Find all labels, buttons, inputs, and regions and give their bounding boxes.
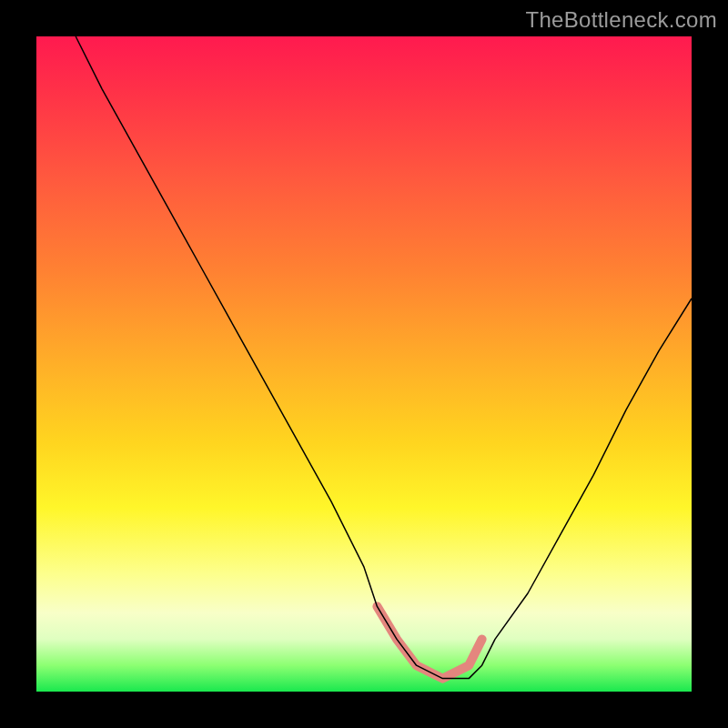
chart-svg [36, 36, 692, 692]
watermark-text: TheBottleneck.com [525, 7, 717, 33]
chart-frame: TheBottleneck.com [0, 0, 728, 728]
chart-plot-area [36, 36, 692, 692]
bottleneck-curve-path [76, 36, 692, 679]
series-bottleneck-curve [76, 36, 692, 679]
series-optimal-band [377, 606, 481, 678]
optimal-band-path [377, 606, 481, 678]
